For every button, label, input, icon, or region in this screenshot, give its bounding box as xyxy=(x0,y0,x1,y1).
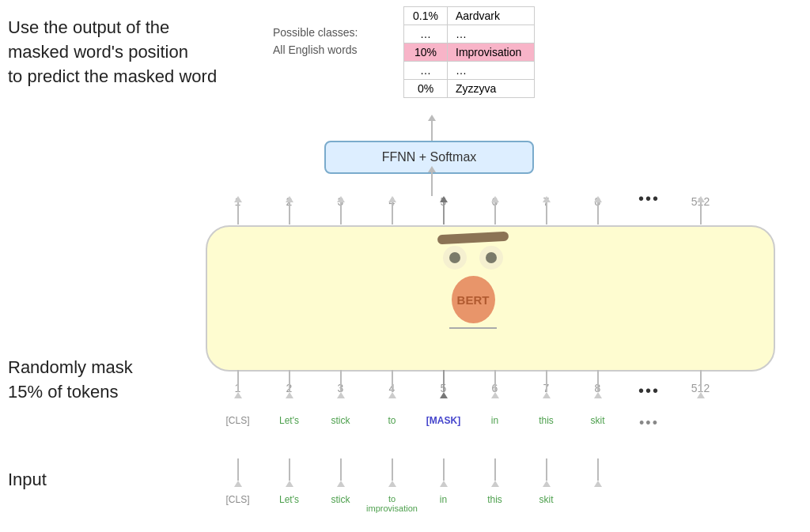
table-row: … … xyxy=(404,62,535,80)
bert-owl-illustration: BERT xyxy=(433,233,513,336)
table-row: 0% Zyzzyva xyxy=(404,80,535,98)
table-row-highlighted: 10% Improvisation xyxy=(404,43,535,62)
table-row: … … xyxy=(404,25,535,43)
bottom-left-description: Randomly mask 15% of tokens xyxy=(8,356,133,405)
owl-eyebrow xyxy=(437,232,509,245)
output-probability-table: 0.1% Aardvark … … 10% Improvisation … … … xyxy=(403,6,535,98)
main-diagram: Use the output of the masked word's posi… xyxy=(0,0,810,532)
owl-mouth-line xyxy=(449,327,497,329)
bottom-arrows xyxy=(212,370,726,398)
input-label: Input xyxy=(8,470,47,490)
input-token-labels: [CLS] Let's stick to improvisation in th… xyxy=(212,494,572,513)
masked-token-labels: [CLS] Let's stick to [MASK] in this skit… xyxy=(212,415,726,432)
input-arrows xyxy=(212,458,623,487)
top-left-description: Use the output of the masked word's posi… xyxy=(8,16,217,89)
owl-beak: BERT xyxy=(452,276,495,323)
top-arrows xyxy=(212,196,726,224)
owl-eyes xyxy=(443,246,503,270)
possible-classes-label: Possible classes: All English words xyxy=(273,24,358,59)
table-row: 0.1% Aardvark xyxy=(404,7,535,25)
